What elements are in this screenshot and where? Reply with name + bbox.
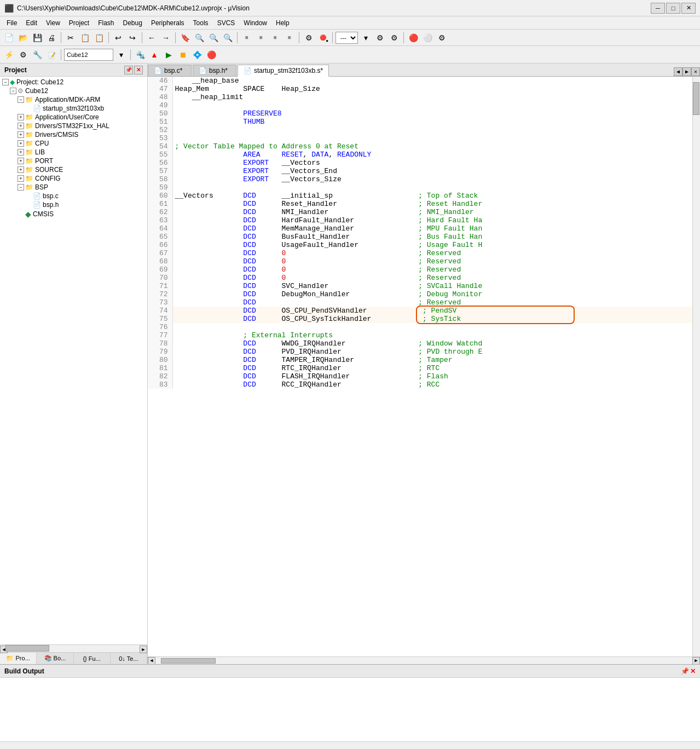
expand-drv-stm[interactable]: + [18, 123, 24, 129]
menu-tools[interactable]: Tools [189, 18, 213, 28]
tree-port[interactable]: + 📁 PORT [0, 157, 147, 165]
panel-pin-button[interactable]: 📌 [124, 66, 133, 74]
menu-project[interactable]: Project [65, 18, 94, 28]
code-line-54[interactable]: 54; Vector Table Mapped to Address 0 at … [148, 142, 692, 151]
editor-vscrollbar[interactable] [692, 77, 700, 656]
expand-drv-cmsis[interactable]: + [18, 131, 24, 138]
vscroll-thumb[interactable] [693, 82, 699, 115]
tree-app-user[interactable]: + 📁 Application/User/Core [0, 113, 147, 122]
tb-settings1[interactable]: ⚙ [302, 31, 315, 44]
project-hscrollbar[interactable]: ◀ ▶ [0, 644, 147, 652]
tb-indent[interactable]: ≡ [240, 31, 253, 44]
maximize-button[interactable]: □ [666, 3, 680, 14]
code-line-79[interactable]: 79 DCD PVD_IRQHandler ; PVD through E [148, 348, 692, 356]
code-line-58[interactable]: 58 EXPORT __Vectors_Size [148, 175, 692, 183]
line-code-48[interactable]: __heap_limit [172, 93, 692, 101]
code-line-48[interactable]: 48 __heap_limit [148, 93, 692, 101]
tab-close[interactable]: ✕ [691, 67, 700, 76]
minimize-button[interactable]: ─ [651, 3, 665, 14]
line-code-60[interactable]: __Vectors DCD __initial_sp ; Top of Stac… [172, 192, 692, 200]
line-code-75[interactable]: DCD OS_CPU_SysTickHandler ; SysTick [172, 315, 692, 323]
tree-bsph[interactable]: + 📄 bsp.h [0, 200, 147, 209]
tb-menu-arrow[interactable]: ▾ [359, 31, 372, 44]
tb2-btn4[interactable]: 📝 [45, 48, 58, 61]
tb-indent2[interactable]: ≡ [254, 31, 268, 44]
tb-print[interactable]: 🖨 [45, 31, 58, 44]
tb-open[interactable]: 📂 [16, 31, 30, 44]
code-line-65[interactable]: 65 DCD BusFault_Handler ; Bus Fault Han [148, 233, 692, 241]
menu-help[interactable]: Help [271, 18, 294, 28]
code-line-52[interactable]: 52 [148, 126, 692, 134]
tree-cube12[interactable]: − ⚙ Cube12 [0, 87, 147, 95]
line-code-73[interactable]: DCD ; Reserved [172, 298, 692, 307]
hscroll-right-arrow[interactable]: ▶ [692, 657, 700, 665]
code-line-78[interactable]: 78 DCD WWDG_IRQHandler ; Window Watchd [148, 339, 692, 348]
code-line-59[interactable]: 59 [148, 183, 692, 192]
tree-startup[interactable]: + 📄 startup_stm32f103xb [0, 104, 147, 113]
tb-find2[interactable]: 🔍 [207, 31, 220, 44]
tree-cmsis[interactable]: + ◆ CMSIS [0, 209, 147, 219]
code-line-68[interactable]: 68 DCD 0 ; Reserved [148, 257, 692, 266]
line-code-55[interactable]: AREA RESET, DATA, READONLY [172, 151, 692, 159]
tb-find3[interactable]: 🔍 [221, 31, 234, 44]
tb-undo[interactable]: ↩ [112, 31, 125, 44]
tree-source[interactable]: + 📁 SOURCE [0, 165, 147, 174]
code-line-67[interactable]: 67 DCD 0 ; Reserved [148, 249, 692, 257]
line-code-79[interactable]: DCD PVD_IRQHandler ; PVD through E [172, 348, 692, 356]
line-code-57[interactable]: EXPORT __Vectors_End [172, 167, 692, 175]
menu-view[interactable]: View [42, 18, 65, 28]
tb-copy[interactable]: 📋 [78, 31, 91, 44]
line-code-65[interactable]: DCD BusFault_Handler ; Bus Fault Han [172, 233, 692, 241]
editor-hscrollbar[interactable]: ◀ ▶ [148, 656, 700, 664]
expand-config[interactable]: + [18, 175, 24, 182]
code-line-76[interactable]: 76 [148, 323, 692, 331]
menu-peripherals[interactable]: Peripherals [147, 18, 189, 28]
expand-port[interactable]: + [18, 158, 24, 164]
line-code-46[interactable]: __heap_base [172, 77, 692, 85]
tree-project-root[interactable]: − ◆ Project: Cube12 [0, 78, 147, 87]
code-line-64[interactable]: 64 DCD MemManage_Handler ; MPU Fault Han [148, 224, 692, 233]
hscroll-thumb[interactable] [161, 658, 216, 664]
menu-file[interactable]: File [2, 18, 21, 28]
tb-indent3[interactable]: ≡ [269, 31, 282, 44]
menu-window[interactable]: Window [239, 18, 271, 28]
expand-cube12[interactable]: − [10, 88, 16, 94]
line-code-49[interactable] [172, 101, 692, 110]
line-code-70[interactable]: DCD 0 ; Reserved [172, 274, 692, 282]
panel-tab-templates[interactable]: 0↓ Te... [111, 653, 147, 664]
line-code-47[interactable]: Heap_Mem SPACE Heap_Size [172, 85, 692, 93]
code-line-63[interactable]: 63 DCD HardFault_Handler ; Hard Fault Ha [148, 216, 692, 224]
tab-right-arrow[interactable]: ▶ [682, 67, 691, 76]
code-line-62[interactable]: 62 DCD NMI_Handler ; NMI_Handler [148, 208, 692, 216]
expand-cpu[interactable]: + [18, 140, 24, 147]
code-line-50[interactable]: 50 PRESERVE8 [148, 110, 692, 118]
tb-save[interactable]: 💾 [31, 31, 44, 44]
line-code-71[interactable]: DCD SVC_Handler ; SVCall Handle [172, 282, 692, 290]
tb-find[interactable]: 🔍 [193, 31, 206, 44]
menu-svcs[interactable]: SVCS [213, 18, 240, 28]
tab-bsph[interactable]: 📄 bsp.h* [193, 65, 236, 76]
line-code-53[interactable] [172, 134, 692, 142]
line-code-66[interactable]: DCD UsageFault_Handler ; Usage Fault H [172, 241, 692, 249]
code-line-71[interactable]: 71 DCD SVC_Handler ; SVCall Handle [148, 282, 692, 290]
line-code-83[interactable]: DCD RCC_IRQHandler ; RCC [172, 381, 692, 389]
tab-startup[interactable]: 📄 startup_stm32f103xb.s* [238, 65, 329, 77]
tb-gear2[interactable]: ⚙ [373, 31, 386, 44]
line-code-78[interactable]: DCD WWDG_IRQHandler ; Window Watchd [172, 339, 692, 348]
menu-edit[interactable]: Edit [21, 18, 42, 28]
code-line-83[interactable]: 83 DCD RCC_IRQHandler ; RCC [148, 381, 692, 389]
code-line-55[interactable]: 55 AREA RESET, DATA, READONLY [148, 151, 692, 159]
tb-indent4[interactable]: ≡ [283, 31, 296, 44]
line-code-50[interactable]: PRESERVE8 [172, 110, 692, 118]
panel-close-button[interactable]: ✕ [134, 66, 143, 74]
tree-drivers-stm[interactable]: + 📁 Drivers/STM32F1xx_HAL [0, 122, 147, 130]
code-line-82[interactable]: 82 DCD FLASH_IRQHandler ; Flash [148, 372, 692, 381]
tb2-target1[interactable]: 🔩 [134, 48, 147, 61]
code-line-57[interactable]: 57 EXPORT __Vectors_End [148, 167, 692, 175]
tb2-stop[interactable]: ⏹ [176, 48, 189, 61]
code-line-53[interactable]: 53 [148, 134, 692, 142]
code-line-81[interactable]: 81 DCD RTC_IRQHandler ; RTC [148, 364, 692, 372]
tb-new[interactable]: 📄 [2, 31, 15, 44]
menu-flash[interactable]: Flash [94, 18, 118, 28]
build-pin[interactable]: 📌 [681, 667, 689, 675]
